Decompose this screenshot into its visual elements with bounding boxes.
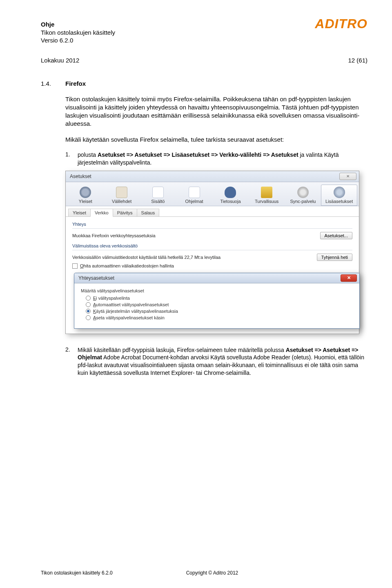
- cache-override-label: Ohita automaattinen väliaikatiedostojen …: [80, 263, 174, 268]
- proxy-radio-0[interactable]: Ei välityspalvelinta: [86, 296, 353, 301]
- radio-icon[interactable]: [86, 315, 91, 320]
- doc-version: Versio 6.2.0: [41, 36, 368, 45]
- checkbox-icon[interactable]: [72, 263, 78, 269]
- list-item-1: 1. polusta Asetukset => Asetukset => Lis…: [65, 151, 368, 167]
- connection-settings-button[interactable]: Asetukset...: [320, 232, 352, 239]
- nested-panel: Määritä välityspalvelinasetukset Ei väli…: [74, 283, 359, 328]
- subtab-row: YleisetVerkkoPäivitysSalaus: [66, 206, 359, 217]
- icon-adv: [334, 187, 345, 198]
- icon-gear: [80, 187, 91, 198]
- radio-label: Automaattiset välityspalvelinasetukset: [93, 302, 169, 307]
- cache-override-checkbox-row[interactable]: Ohita automaattinen väliaikatiedostojen …: [72, 263, 352, 269]
- group-connection-title: Yhteys: [72, 222, 352, 227]
- content: 1.4. Firefox Tikon ostolaskujen käsittel…: [41, 80, 368, 377]
- aditro-logo: ADITRO: [315, 16, 368, 31]
- category-turvallisuus[interactable]: Turvallisuus: [249, 185, 285, 206]
- connection-row: Muokkaa Firefoxin verkkoyhteysasetuksia …: [72, 232, 352, 239]
- radio-icon[interactable]: [86, 302, 91, 307]
- section-title: Firefox: [65, 80, 86, 87]
- icon-folder: [116, 187, 127, 198]
- category-tietosuoja[interactable]: Tietosuoja: [212, 185, 249, 206]
- section-heading: 1.4. Firefox: [41, 80, 368, 87]
- dialog-titlebar: Asetukset ✕: [66, 171, 359, 182]
- radio-icon[interactable]: [86, 296, 91, 301]
- list-item-2: 2. Mikäli käsitellään pdf-tyyppisiä lask…: [65, 346, 368, 377]
- list-text: polusta Asetukset => Asetukset => Lisäas…: [78, 151, 368, 167]
- category-sisältö[interactable]: Sisältö: [140, 185, 176, 206]
- proxy-radio-3[interactable]: Aseta välityspalvelinasetukset käsin: [86, 315, 353, 320]
- category-label: Lisäasetukset: [322, 199, 356, 204]
- firefox-settings-screenshot: Asetukset ✕ YleisetVälilehdetSisältöOhje…: [65, 171, 359, 334]
- page-header: Ohje Tikon ostolaskujen käsittely Versio…: [41, 20, 368, 64]
- subtab-yleiset[interactable]: Yleiset: [68, 209, 91, 216]
- footer-right: Copyright © Aditro 2012: [186, 570, 238, 576]
- subtab-verkko[interactable]: Verkko: [90, 209, 113, 217]
- connection-settings-dialog: Yhteysasetukset ✕ Määritä välityspalveli…: [74, 273, 360, 329]
- list-text: Mikäli käsitellään pdf-tyyppisiä laskuja…: [78, 346, 368, 377]
- nested-close-button[interactable]: ✕: [341, 274, 357, 282]
- category-yleiset[interactable]: Yleiset: [67, 185, 104, 206]
- icon-doc: [152, 187, 164, 198]
- page-number: 12 (61): [348, 57, 368, 64]
- date-page-row: Lokakuu 2012 12 (61): [41, 57, 368, 64]
- category-label: Tietosuoja: [214, 199, 247, 204]
- settings-panel: Yhteys Muokkaa Firefoxin verkkoyhteysase…: [66, 217, 359, 334]
- connection-text: Muokkaa Firefoxin verkkoyhteysasetuksia: [72, 233, 156, 238]
- category-label: Välilehdet: [105, 199, 139, 204]
- proxy-radio-1[interactable]: Automaattiset välityspalvelinasetukset: [86, 302, 353, 307]
- category-label: Sync-palvelu: [286, 199, 320, 204]
- category-lisäasetukset[interactable]: Lisäasetukset: [321, 185, 357, 206]
- group-cache-title: Välimuistissa oleva verkkosisältö: [72, 243, 352, 248]
- proxy-radio-2[interactable]: Käytä järjestelmän välityspalvelinasetuk…: [86, 309, 353, 314]
- proxy-heading: Määritä välityspalvelinasetukset: [81, 288, 353, 293]
- dialog-close-button[interactable]: ✕: [339, 173, 356, 180]
- icon-lock: [261, 187, 272, 198]
- nested-dialog-title: Yhteysasetukset: [78, 275, 114, 281]
- divider: [72, 228, 352, 229]
- category-label: Turvallisuus: [250, 199, 284, 204]
- category-toolbar: YleisetVälilehdetSisältöOhjelmatTietosuo…: [66, 182, 359, 206]
- category-sync-palvelu[interactable]: Sync-palvelu: [285, 185, 321, 206]
- section-number: 1.4.: [41, 80, 57, 87]
- intro-paragraph-2: Mikäli käytetään sovellusta Firefox sela…: [65, 136, 368, 144]
- radio-icon[interactable]: [86, 309, 91, 314]
- category-välilehdet[interactable]: Välilehdet: [104, 185, 140, 206]
- cache-clear-button[interactable]: Tyhjennä heti: [317, 254, 352, 261]
- nested-titlebar: Yhteysasetukset ✕: [74, 273, 359, 283]
- subtab-päivitys[interactable]: Päivitys: [113, 209, 137, 216]
- radio-label: Käytä järjestelmän välityspalvelinasetuk…: [93, 309, 178, 314]
- subtab-salaus[interactable]: Salaus: [137, 209, 160, 216]
- dialog-title: Asetukset: [70, 174, 91, 179]
- radio-label: Ei välityspalvelinta: [93, 296, 130, 301]
- category-label: Yleiset: [69, 199, 102, 204]
- radio-label: Aseta välityspalvelinasetukset käsin: [93, 315, 165, 320]
- category-label: Sisältö: [141, 199, 175, 204]
- list-number: 1.: [65, 151, 74, 167]
- cache-row: Verkkosisällön välimuistitiedostot käytt…: [72, 254, 352, 261]
- category-label: Ohjelmat: [177, 199, 211, 204]
- intro-paragraph-1: Tikon ostolaskujen käsittely toimii myös…: [65, 95, 368, 128]
- divider: [72, 250, 352, 250]
- list-number: 2.: [65, 346, 74, 377]
- footer-left: Tikon ostolaskujen käsittely 6.2.0: [41, 570, 113, 576]
- icon-cal: [189, 187, 200, 198]
- category-ohjelmat[interactable]: Ohjelmat: [176, 185, 212, 206]
- page-footer: Tikon ostolaskujen käsittely 6.2.0 Copyr…: [41, 570, 368, 576]
- icon-mask: [225, 187, 236, 198]
- doc-date: Lokakuu 2012: [41, 57, 79, 64]
- icon-sync: [297, 187, 309, 198]
- cache-text: Verkkosisällön välimuistitiedostot käytt…: [72, 255, 220, 260]
